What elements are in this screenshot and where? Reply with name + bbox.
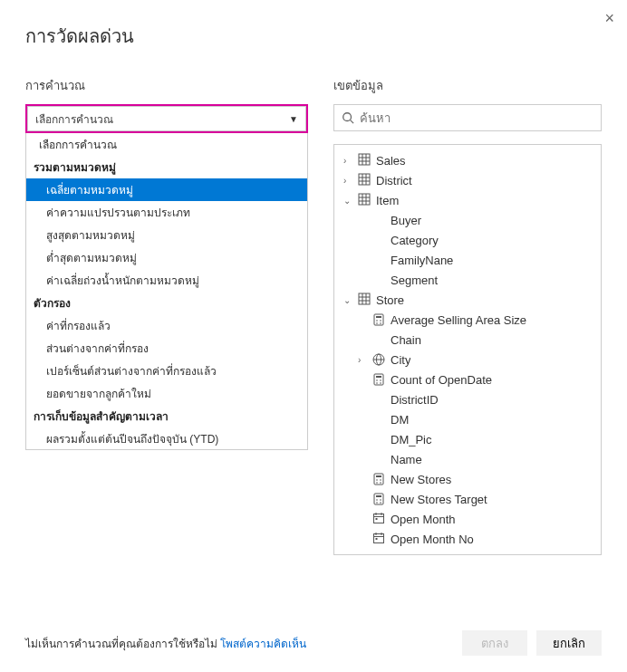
tree-node-label: New Stores Target xyxy=(391,493,487,506)
calculation-dropdown-list[interactable]: เลือกการคำนวณรวมตามหมวดหมู่เฉลี่ยตามหมวด… xyxy=(25,133,308,450)
dropdown-option[interactable]: ยอดขายจากลูกค้าใหม่ xyxy=(26,382,307,405)
dropdown-option[interactable]: เฉลี่ยตามหมวดหมู่ xyxy=(26,178,307,201)
feedback-link[interactable]: โพสต์ความคิดเห็น xyxy=(220,638,306,650)
calculation-dropdown[interactable]: เลือกการคำนวณ ▼ xyxy=(27,106,306,131)
calc-icon xyxy=(372,373,385,386)
tree-node-label: Store xyxy=(376,293,404,307)
date-icon xyxy=(372,512,385,527)
tree-node-label: DistrictID xyxy=(391,393,439,407)
dropdown-group-header: รวมตามหมวดหมู่ xyxy=(26,156,307,178)
table-icon xyxy=(358,293,371,308)
chevron-down-icon: ▼ xyxy=(289,114,298,124)
tree-node-label: District xyxy=(376,174,412,187)
tree-table-node[interactable]: ⌄Item xyxy=(334,190,601,210)
calculation-dropdown-highlight: เลือกการคำนวณ ▼ xyxy=(25,104,308,133)
quick-measure-dialog: × การวัดผลด่วน การคำนวณ เลือกการคำนวณ ▼ … xyxy=(0,0,627,672)
dropdown-option[interactable]: ส่วนต่างจากค่าที่กรอง xyxy=(26,337,307,360)
dialog-footer: ไม่เห็นการคำนวณที่คุณต้องการใช้หรือไม่ โ… xyxy=(25,630,602,656)
tree-field-node[interactable]: ›Count of OpenDate xyxy=(334,370,601,389)
tree-field-node[interactable]: ›Average Selling Area Size xyxy=(334,310,601,330)
cancel-button[interactable]: ยกเลิก xyxy=(536,630,602,656)
tree-node-label: Category xyxy=(391,234,439,247)
search-icon xyxy=(342,111,354,124)
fields-search[interactable] xyxy=(333,104,602,131)
dropdown-option[interactable]: ผลรวมตั้งแต่ต้นปีจนถึงปัจจุบัน (YTD) xyxy=(26,427,307,450)
tree-field-node[interactable]: ›DistrictID xyxy=(334,389,601,409)
tree-node-label: Open Month xyxy=(391,513,456,526)
dialog-title: การวัดผลด่วน xyxy=(25,22,602,51)
tree-table-node[interactable]: ›Sales xyxy=(334,150,601,170)
tree-field-node[interactable]: ›New Stores xyxy=(334,469,601,489)
calculation-column: การคำนวณ เลือกการคำนวณ ▼ เลือกการคำนวณรว… xyxy=(25,76,308,555)
tree-field-node[interactable]: ›Segment xyxy=(334,270,601,290)
tree-table-node[interactable]: ›District xyxy=(334,170,601,190)
tree-field-node[interactable]: ›Open Month xyxy=(334,509,601,529)
tree-table-node[interactable]: ⌄Store xyxy=(334,290,601,310)
close-icon[interactable]: × xyxy=(604,9,614,28)
tree-node-label: New Stores xyxy=(391,473,451,486)
table-icon xyxy=(358,153,371,168)
dropdown-group-header: การเก็บข้อมูลสำคัญตามเวลา xyxy=(26,405,307,427)
tree-field-node[interactable]: ›City xyxy=(334,350,601,370)
tree-node-label: DM_Pic xyxy=(391,433,432,446)
dropdown-selected-text: เลือกการคำนวณ xyxy=(35,110,113,128)
tree-node-label: Open Month No xyxy=(391,533,474,546)
date-icon xyxy=(372,532,385,547)
calculation-label: การคำนวณ xyxy=(25,76,308,95)
help-text: ไม่เห็นการคำนวณที่คุณต้องการใช้หรือไม่ โ… xyxy=(25,635,306,652)
dropdown-option[interactable]: ค่าเฉลี่ยถ่วงน้ำหนักตามหมวดหมู่ xyxy=(26,269,307,292)
tree-node-label: Buyer xyxy=(391,214,421,227)
dropdown-option[interactable]: สูงสุดตามหมวดหมู่ xyxy=(26,224,307,246)
tree-field-node[interactable]: ›Name xyxy=(334,449,601,469)
tree-node-label: FamilyNane xyxy=(391,254,453,267)
tree-node-label: Segment xyxy=(391,274,438,287)
tree-field-node[interactable]: ›New Stores Target xyxy=(334,489,601,509)
hier-icon xyxy=(372,353,385,366)
chevron-right-icon[interactable]: › xyxy=(343,156,352,166)
tree-field-node[interactable]: ›DM_Pic xyxy=(334,429,601,449)
tree-node-label: Average Selling Area Size xyxy=(391,313,526,327)
tree-node-label: Chain xyxy=(391,333,421,347)
search-input[interactable] xyxy=(360,111,593,125)
tree-node-label: Count of OpenDate xyxy=(391,373,492,387)
tree-field-node[interactable]: ›Chain xyxy=(334,330,601,350)
fields-label: เขตข้อมูล xyxy=(333,76,602,95)
fields-column: เขตข้อมูล ›Sales›District⌄Item›Buyer›Cat… xyxy=(333,76,602,555)
chevron-right-icon[interactable]: › xyxy=(358,355,367,365)
tree-field-node[interactable]: ›Category xyxy=(334,230,601,250)
dropdown-option[interactable]: ต่ำสุดตามหมวดหมู่ xyxy=(26,246,307,269)
tree-field-node[interactable]: ›DM xyxy=(334,409,601,429)
tree-node-label: Name xyxy=(391,453,422,466)
dropdown-option[interactable]: เปอร์เซ็นต์ส่วนต่างจากค่าที่กรองแล้ว xyxy=(26,360,307,382)
tree-field-node[interactable]: ›Open Month No xyxy=(334,529,601,549)
chevron-down-icon[interactable]: ⌄ xyxy=(343,196,352,206)
calc-icon xyxy=(372,313,385,326)
chevron-down-icon[interactable]: ⌄ xyxy=(343,295,352,305)
fields-tree[interactable]: ›Sales›District⌄Item›Buyer›Category›Fami… xyxy=(333,144,602,555)
tree-node-label: City xyxy=(391,353,410,367)
tree-field-node[interactable]: ›Buyer xyxy=(334,210,601,230)
dropdown-option[interactable]: ค่าความแปรปรวนตามประเภท xyxy=(26,201,307,224)
dropdown-option[interactable]: ค่าที่กรองแล้ว xyxy=(26,314,307,337)
tree-node-label: Sales xyxy=(376,154,406,168)
tree-node-label: DM xyxy=(391,413,409,427)
calc-icon xyxy=(372,493,385,505)
calc-icon xyxy=(372,473,385,485)
dropdown-group-header: ตัวกรอง xyxy=(26,292,307,314)
chevron-right-icon[interactable]: › xyxy=(343,176,352,186)
tree-node-label: Item xyxy=(376,194,399,207)
ok-button: ตกลง xyxy=(462,630,527,656)
table-icon xyxy=(358,173,371,188)
dropdown-option[interactable]: เลือกการคำนวณ xyxy=(26,133,307,156)
table-icon xyxy=(358,193,371,208)
tree-field-node[interactable]: ›FamilyNane xyxy=(334,250,601,270)
